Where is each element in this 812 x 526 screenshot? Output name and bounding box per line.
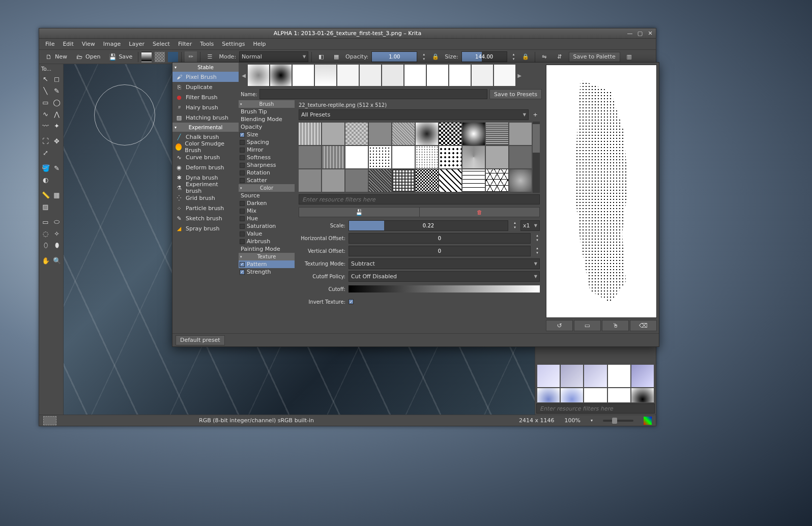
- cutoff-gradient[interactable]: [349, 285, 540, 293]
- save-to-presets-button[interactable]: Save to Presets: [489, 89, 542, 99]
- tool-select-outline[interactable]: ⬭: [51, 216, 62, 227]
- preset-thumb[interactable]: [494, 65, 515, 86]
- strip-next-button[interactable]: ▶: [516, 65, 523, 86]
- preset-thumb[interactable]: [472, 65, 493, 86]
- tool-picker[interactable]: ✎: [51, 162, 62, 173]
- options-header-color[interactable]: Color: [239, 184, 295, 192]
- option-mirror[interactable]: Mirror: [239, 146, 295, 154]
- option-saturation[interactable]: Saturation: [239, 222, 295, 230]
- option-brush-tip[interactable]: Brush Tip: [239, 108, 295, 115]
- menu-layer[interactable]: Layer: [125, 39, 149, 49]
- tool-gradient[interactable]: ◐: [40, 174, 51, 185]
- checkbox[interactable]: [240, 178, 245, 183]
- options-header-texture[interactable]: Texture: [239, 253, 295, 260]
- option-mix[interactable]: Mix: [239, 207, 295, 215]
- save-button[interactable]: 💾Save: [106, 51, 135, 63]
- engine-curve-brush[interactable]: ∿Curve brush: [172, 152, 239, 162]
- texture-thumb[interactable]: [439, 146, 461, 168]
- engine-filter-brush[interactable]: ●Filter Brush: [172, 92, 239, 102]
- menu-file[interactable]: File: [41, 39, 59, 49]
- option-spacing[interactable]: Spacing: [239, 138, 295, 146]
- texture-thumb[interactable]: [392, 123, 415, 145]
- gradient-button[interactable]: [141, 52, 152, 62]
- option-value[interactable]: Value: [239, 230, 295, 238]
- options-header-brush[interactable]: Brush: [239, 100, 295, 108]
- preset-thumb[interactable]: [449, 65, 471, 86]
- texture-thumb[interactable]: [369, 146, 391, 168]
- tool-grid[interactable]: ▦: [51, 189, 62, 200]
- checkbox[interactable]: [240, 216, 245, 221]
- add-tag-button[interactable]: +: [531, 110, 540, 120]
- texture-thumb[interactable]: [509, 169, 532, 192]
- engine-pixel-brush[interactable]: 🖌Pixel Brush: [172, 72, 239, 82]
- preset-name-input[interactable]: [259, 89, 487, 99]
- checkbox[interactable]: [240, 270, 245, 275]
- scale-spinner[interactable]: 0.22: [349, 220, 508, 231]
- engine-header-stable[interactable]: Stable: [172, 63, 239, 72]
- texture-thumb[interactable]: [486, 123, 508, 145]
- checkbox[interactable]: [240, 155, 245, 160]
- tool-calligraphy[interactable]: ✎: [51, 85, 62, 96]
- preview-eraser-button[interactable]: ▭: [574, 320, 601, 331]
- option-painting-mode[interactable]: Painting Mode: [239, 245, 295, 253]
- texture-thumb[interactable]: [416, 146, 438, 168]
- texture-thumb[interactable]: [299, 146, 321, 168]
- option-sharpness[interactable]: Sharpness: [239, 161, 295, 169]
- texture-thumb[interactable]: [345, 146, 368, 168]
- texture-thumb[interactable]: [439, 123, 461, 145]
- texture-thumb[interactable]: [322, 169, 344, 192]
- texture-grid-scrollbar[interactable]: [533, 122, 540, 193]
- checkbox[interactable]: [240, 163, 245, 168]
- option-darken[interactable]: Darken: [239, 199, 295, 207]
- checkbox[interactable]: [240, 148, 245, 153]
- strip-prev-button[interactable]: ◀: [241, 65, 247, 86]
- color-button[interactable]: [168, 52, 178, 62]
- tool-dyna[interactable]: 〰: [40, 120, 51, 131]
- texture-thumb[interactable]: [369, 169, 391, 192]
- checkbox[interactable]: [240, 224, 245, 229]
- tool-select-contiguous[interactable]: ✧: [51, 228, 62, 239]
- tool-perspective[interactable]: ▨: [40, 201, 51, 212]
- zoom-slider[interactable]: [603, 420, 633, 422]
- texture-thumb[interactable]: [392, 146, 415, 168]
- preset-thumb[interactable]: [584, 365, 606, 387]
- tool-move[interactable]: ✥: [51, 135, 62, 147]
- texture-thumb[interactable]: [462, 146, 485, 168]
- tool-zoom[interactable]: 🔍: [51, 255, 62, 266]
- tool-pan[interactable]: ✋: [40, 255, 51, 266]
- option-blending-mode[interactable]: Blending Mode: [239, 115, 295, 123]
- scale-mult-combo[interactable]: x1▼: [520, 220, 540, 231]
- zoom-down-icon[interactable]: ▾: [591, 418, 593, 423]
- opacity-lock-icon[interactable]: 🔒: [429, 51, 442, 63]
- texture-thumb[interactable]: [416, 123, 438, 145]
- tool-fill[interactable]: 🪣: [40, 162, 51, 173]
- option-strength[interactable]: Strength: [239, 268, 295, 276]
- engine-color-smudge[interactable]: Color Smudge Brush: [172, 142, 239, 152]
- option-hue[interactable]: Hue: [239, 215, 295, 222]
- preset-thumb[interactable]: [537, 365, 560, 387]
- preset-thumb[interactable]: [427, 65, 448, 86]
- mirror-h-button[interactable]: ⇋: [538, 51, 550, 63]
- engine-hairy-brush[interactable]: 〃Hairy brush: [172, 102, 239, 112]
- minimize-button[interactable]: —: [626, 30, 633, 37]
- preset-thumb[interactable]: [631, 365, 654, 387]
- menu-filter[interactable]: Filter: [174, 39, 196, 49]
- preset-thumb[interactable]: [608, 365, 630, 387]
- texture-thumb[interactable]: [345, 123, 368, 145]
- preview-clear-button[interactable]: ⌫: [630, 320, 657, 331]
- new-button[interactable]: 🗋New: [42, 51, 70, 63]
- preset-thumb[interactable]: [360, 65, 381, 86]
- preset-thumb[interactable]: [561, 388, 583, 402]
- texture-thumb[interactable]: [486, 169, 508, 192]
- checkbox[interactable]: [240, 132, 245, 137]
- status-color-icon[interactable]: [644, 417, 652, 425]
- tool-measure[interactable]: 📏: [40, 189, 51, 200]
- menu-tools[interactable]: Tools: [196, 39, 218, 49]
- engine-hatching-brush[interactable]: ▨Hatching brush: [172, 112, 239, 123]
- engine-grid-brush[interactable]: ⁛Grid brush: [172, 193, 239, 203]
- tool-select-similar[interactable]: ◌: [40, 228, 51, 239]
- cutoffpolicy-combo[interactable]: Cut Off Disabled▼: [349, 271, 540, 282]
- texture-thumb[interactable]: [509, 146, 532, 168]
- texture-thumb[interactable]: [322, 146, 344, 168]
- engine-header-experimental[interactable]: Experimental: [172, 123, 239, 132]
